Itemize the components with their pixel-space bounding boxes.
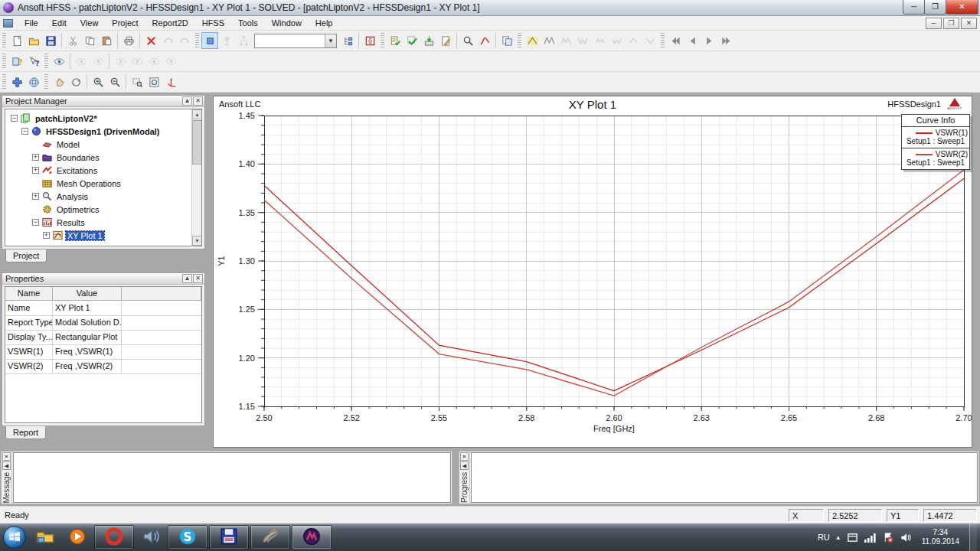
property-value[interactable]: Freq ,VSWR(1) xyxy=(53,345,122,360)
collapse-icon[interactable]: ▲ xyxy=(182,96,192,106)
rotate-icon[interactable] xyxy=(67,73,84,90)
save-icon[interactable] xyxy=(42,32,59,49)
close-button[interactable]: ✕ xyxy=(946,0,978,15)
tree-item-optimetrics[interactable]: Optimetrics xyxy=(8,203,201,216)
delete-icon[interactable] xyxy=(142,32,159,49)
copy-image-icon[interactable] xyxy=(498,32,515,49)
orient-sphere-icon[interactable] xyxy=(25,73,42,90)
branch-icon[interactable] xyxy=(235,32,252,49)
menu-report2d[interactable]: Report2D xyxy=(145,17,195,30)
menu-help[interactable]: Help xyxy=(309,17,340,30)
cs-axes-icon[interactable] xyxy=(162,73,179,90)
minimize-button[interactable]: ─ xyxy=(903,0,925,15)
restore-button[interactable]: ❐ xyxy=(924,0,946,15)
expand-icon[interactable]: + xyxy=(32,154,39,161)
sort-tree-icon[interactable] xyxy=(339,32,356,49)
tree-item-label[interactable]: 3D Polar Plot 1 xyxy=(66,244,126,247)
scrollbar-thumb[interactable] xyxy=(192,120,202,165)
pin-icon[interactable]: ◀ xyxy=(460,461,469,470)
taskbar-app-backup-tool[interactable] xyxy=(209,525,249,549)
tree-scrollbar[interactable]: ▲ ▼ xyxy=(191,109,201,246)
taskbar-app-design-tool[interactable] xyxy=(250,525,290,549)
copy-icon[interactable] xyxy=(81,32,98,49)
volume-icon[interactable] xyxy=(900,532,912,543)
scroll-up-icon[interactable]: ▲ xyxy=(192,109,202,119)
tray-program-icon[interactable] xyxy=(847,532,858,543)
tree-item-label[interactable]: Analysis xyxy=(55,192,90,201)
column-header-name[interactable]: Name xyxy=(5,287,53,301)
tree-item-label[interactable]: Model xyxy=(55,140,81,149)
project-manager-header[interactable]: Project Manager ▲ ✕ xyxy=(2,96,204,107)
eye-active2-icon[interactable] xyxy=(129,53,145,70)
zoom-window-icon[interactable] xyxy=(129,73,145,90)
context-help-icon[interactable]: ? xyxy=(25,53,42,70)
eye-active3-icon[interactable] xyxy=(145,53,162,70)
selection-combobox[interactable]: ▼ xyxy=(254,34,337,48)
menu-tools[interactable]: Tools xyxy=(231,17,265,30)
column-header-value[interactable]: Value xyxy=(53,287,122,301)
taskbar-app-skype[interactable]: S xyxy=(168,525,207,549)
collapse-icon[interactable]: ▲ xyxy=(182,274,192,283)
tree-item-label[interactable]: XY Plot 1 xyxy=(66,231,104,240)
tree-item-label[interactable]: Optimetrics xyxy=(55,205,101,214)
marker-m-icon[interactable] xyxy=(557,32,574,49)
action-center-icon[interactable] xyxy=(882,532,894,543)
property-value[interactable]: XY Plot 1 xyxy=(53,302,122,316)
tree-item-3d-polar-plot-1[interactable]: 3D Polar Plot 1 xyxy=(8,242,201,246)
tree-item-hfssdesign1-drivenmodal[interactable]: −HFSSDesign1 (DrivenModal) xyxy=(8,125,201,138)
marker-down-icon[interactable] xyxy=(642,32,658,49)
tree-item-label[interactable]: patchLiptonV2* xyxy=(34,114,99,123)
taskbar-app-opera[interactable] xyxy=(94,525,134,549)
create-report-icon[interactable] xyxy=(476,32,493,49)
next-sweep-icon[interactable] xyxy=(701,32,717,49)
taskbar-app-volume-mixer[interactable] xyxy=(136,525,166,549)
probe-icon[interactable] xyxy=(218,32,235,49)
close-icon[interactable]: ✕ xyxy=(193,274,203,283)
eye-active1-icon[interactable] xyxy=(112,53,129,70)
network-signal-icon[interactable] xyxy=(864,532,877,543)
language-indicator[interactable]: RU xyxy=(818,533,830,542)
tree-item-boundaries[interactable]: +Boundaries xyxy=(8,151,201,164)
collapse-icon[interactable]: − xyxy=(21,128,28,135)
collapse-icon[interactable]: − xyxy=(32,219,39,226)
print-icon[interactable] xyxy=(120,32,137,49)
expand-icon[interactable]: + xyxy=(32,167,39,174)
marker-m2-icon[interactable] xyxy=(591,32,608,49)
tree-item-model[interactable]: Model xyxy=(8,138,201,151)
property-value[interactable]: Freq ,VSWR(2) xyxy=(53,360,122,374)
tree-item-label[interactable]: Mesh Operations xyxy=(55,179,122,188)
eye-show-icon[interactable] xyxy=(51,53,67,70)
tree-item-label[interactable]: HFSSDesign1 (DrivenModal) xyxy=(44,127,162,136)
scroll-down-icon[interactable]: ▼ xyxy=(192,236,202,246)
menu-project[interactable]: Project xyxy=(105,17,145,30)
eye-show-sel-icon[interactable] xyxy=(90,53,106,70)
toolbar-gripper[interactable] xyxy=(44,74,48,90)
zoom-in-icon[interactable] xyxy=(90,73,106,90)
menu-edit[interactable]: Edit xyxy=(45,17,74,30)
xy-plot-canvas[interactable]: 2.502.522.552.582.602.632.652.682.701.15… xyxy=(214,96,972,448)
tree-item-label[interactable]: Boundaries xyxy=(55,153,101,162)
title-bar[interactable]: Ansoft HFSS - patchLiptonV2 - HFSSDesign… xyxy=(0,0,980,16)
undo-icon[interactable] xyxy=(159,32,176,49)
close-icon[interactable]: ✕ xyxy=(2,452,11,461)
marker-peak-icon[interactable] xyxy=(524,32,541,49)
tree-item-results[interactable]: −Results xyxy=(8,216,201,229)
tray-clock[interactable]: 7:34 11.09.2014 xyxy=(917,528,964,546)
open-icon[interactable] xyxy=(25,32,42,49)
mdi-minimize-button[interactable]: ─ xyxy=(926,18,942,29)
boolean-3d-icon[interactable] xyxy=(8,73,25,90)
toolbar-gripper[interactable] xyxy=(2,54,6,69)
property-value[interactable]: Modal Solution D... xyxy=(53,316,122,331)
tree-item-xy-plot-1[interactable]: +XY Plot 1 xyxy=(8,229,201,242)
menu-window[interactable]: Window xyxy=(265,17,309,30)
menu-view[interactable]: View xyxy=(74,17,106,30)
paste-icon[interactable] xyxy=(98,32,115,49)
menu-hfss[interactable]: HFSS xyxy=(195,17,231,30)
expand-icon[interactable]: + xyxy=(43,232,50,239)
close-icon[interactable]: ✕ xyxy=(193,96,203,106)
cut-icon[interactable] xyxy=(64,32,81,49)
zoom-results-icon[interactable] xyxy=(459,32,476,49)
properties-header[interactable]: Properties ▲ ✕ xyxy=(2,273,204,285)
submit-job-icon[interactable] xyxy=(420,32,437,49)
xy-plot-window[interactable]: 2.502.522.552.582.602.632.652.682.701.15… xyxy=(213,96,972,448)
